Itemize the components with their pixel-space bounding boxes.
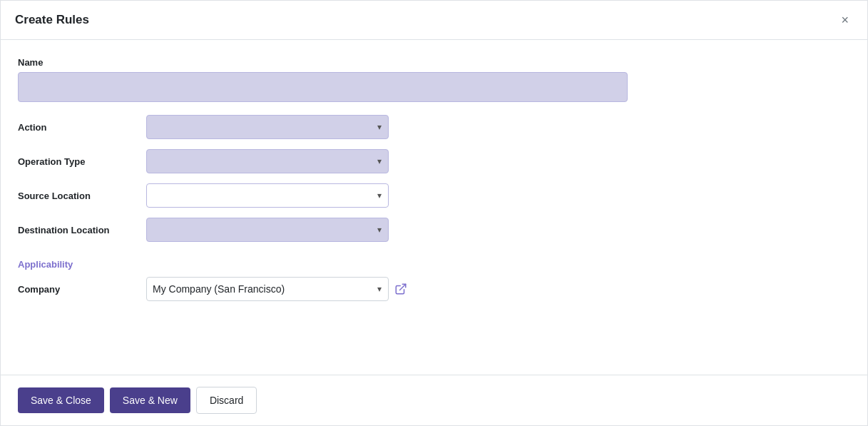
destination-location-select[interactable] (146, 218, 389, 242)
company-external-link-icon[interactable] (394, 283, 407, 295)
name-field-group: Name (18, 57, 850, 102)
name-input[interactable] (18, 72, 628, 102)
action-select-wrapper: ▾ (146, 115, 389, 139)
dialog-header: Create Rules × (1, 1, 867, 40)
name-label: Name (18, 57, 850, 68)
company-select-wrapper: My Company (San Francisco) ▾ (146, 277, 389, 301)
save-close-button[interactable]: Save & Close (18, 387, 104, 413)
dialog-body: Name Action ▾ Operation Type ▾ So (1, 40, 867, 375)
dialog-footer: Save & Close Save & New Discard (1, 375, 867, 425)
company-select[interactable]: My Company (San Francisco) (146, 277, 389, 301)
dialog-title: Create Rules (15, 13, 89, 27)
source-location-select-wrapper: ▾ (146, 183, 389, 208)
company-label: Company (18, 284, 146, 295)
action-label: Action (18, 122, 146, 133)
applicability-title: Applicability (18, 259, 850, 270)
save-new-button[interactable]: Save & New (110, 387, 190, 413)
operation-type-label: Operation Type (18, 156, 146, 167)
applicability-section: Applicability Company My Company (San Fr… (18, 259, 850, 301)
create-rules-dialog: Create Rules × Name Action ▾ Operation T… (0, 0, 868, 426)
destination-location-select-wrapper: ▾ (146, 218, 389, 242)
svg-line-0 (400, 284, 406, 290)
close-button[interactable]: × (837, 12, 853, 28)
source-location-label: Source Location (18, 191, 146, 201)
company-row: Company My Company (San Francisco) ▾ (18, 277, 850, 301)
form-grid: Action ▾ Operation Type ▾ Source Locatio… (18, 115, 850, 242)
company-field-wrapper: My Company (San Francisco) ▾ (146, 277, 850, 301)
destination-location-label: Destination Location (18, 225, 146, 235)
operation-type-select-wrapper: ▾ (146, 149, 389, 173)
operation-type-select[interactable] (146, 149, 389, 173)
discard-button[interactable]: Discard (196, 387, 257, 414)
action-select[interactable] (146, 115, 389, 139)
source-location-select[interactable] (146, 183, 389, 208)
